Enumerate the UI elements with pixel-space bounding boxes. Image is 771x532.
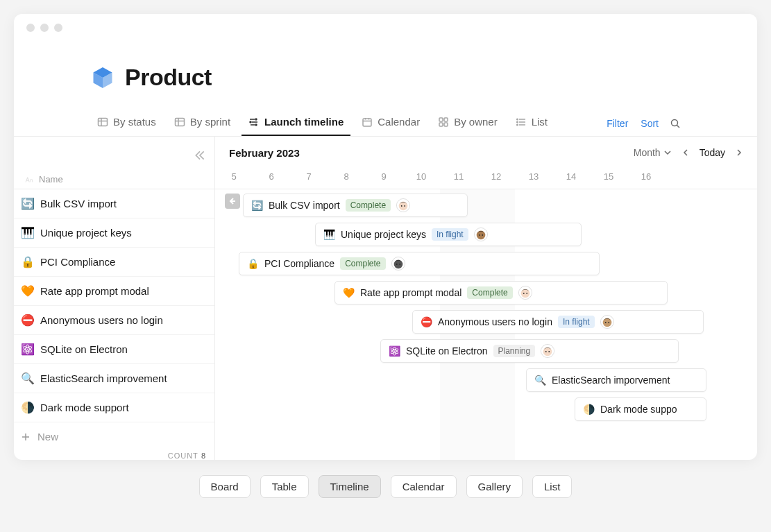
- window-traffic-lights: [14, 14, 757, 36]
- plus-icon: [21, 432, 31, 442]
- timeline-bar[interactable]: 🎹 Unique project keysIn flight: [315, 223, 582, 246]
- tab-label: By status: [113, 116, 156, 128]
- app-window: Product By status By sprint Launch timel…: [14, 14, 757, 460]
- svg-point-19: [476, 231, 485, 240]
- timeline-bar[interactable]: 🔒 PCI ComplianceComplete: [239, 252, 600, 275]
- svg-point-36: [545, 351, 547, 352]
- count-label: COUNT: [168, 452, 198, 460]
- list-item[interactable]: ⚛️ SQLite on Electron: [14, 335, 214, 364]
- window-dot: [40, 24, 49, 32]
- day-column-header: 8: [328, 169, 365, 189]
- list-item[interactable]: 🔄 Bulk CSV import: [14, 189, 214, 218]
- day-column-header: 7: [290, 169, 328, 189]
- view-chip-gallery[interactable]: Gallery: [466, 475, 523, 498]
- svg-point-25: [399, 264, 400, 265]
- bar-title: Bulk CSV import: [269, 200, 340, 211]
- day-column-header: 16: [627, 169, 665, 189]
- tab-list[interactable]: List: [509, 110, 554, 136]
- list-item[interactable]: 🌗 Dark mode support: [14, 393, 214, 422]
- list-item[interactable]: 🧡 Rate app prompt modal: [14, 277, 214, 306]
- name-column-label: Name: [39, 174, 63, 185]
- day-column-header: 14: [552, 169, 590, 189]
- tab-by-sprint[interactable]: By sprint: [167, 110, 237, 136]
- timeline-controls: Month Today: [634, 147, 743, 158]
- item-emoji-icon: 🌗: [582, 404, 595, 415]
- zoom-select[interactable]: Month: [634, 147, 672, 158]
- view-chip-table[interactable]: Table: [260, 475, 309, 498]
- avatar: [391, 257, 405, 271]
- timeline-header: February 2023 Month Today: [215, 137, 757, 169]
- chevron-left-icon: [681, 148, 690, 157]
- list-item[interactable]: 🔒 PCI Compliance: [14, 248, 214, 277]
- view-chip-board[interactable]: Board: [199, 475, 251, 498]
- timeline-bar[interactable]: ⛔ Anonymous users no loginIn flight: [412, 310, 704, 334]
- avatar: [541, 344, 554, 358]
- item-emoji-icon: 🔒: [21, 255, 33, 268]
- tab-label: By sprint: [190, 116, 230, 128]
- tab-calendar[interactable]: Calendar: [355, 110, 427, 136]
- view-chip-calendar[interactable]: Calendar: [391, 475, 457, 498]
- item-name: Anonymous users no login: [40, 314, 163, 326]
- timeline-bar[interactable]: 🧡 Rate app prompt modalComplete: [334, 281, 668, 304]
- view-chip-timeline[interactable]: Timeline: [319, 475, 381, 498]
- sort-button[interactable]: Sort: [636, 115, 663, 132]
- svg-point-4: [255, 124, 257, 126]
- list-item[interactable]: ⛔ Anonymous users no login: [14, 306, 214, 335]
- item-emoji-icon: 🎹: [323, 229, 335, 240]
- svg-point-2: [255, 119, 257, 120]
- bar-title: Dark mode suppo: [600, 404, 677, 415]
- timeline-bar[interactable]: 🔄 Bulk CSV importComplete: [243, 194, 468, 217]
- svg-point-12: [516, 124, 518, 126]
- scroll-back-button[interactable]: [225, 194, 240, 209]
- day-header: 5678910111213141516: [215, 169, 757, 189]
- svg-point-15: [399, 202, 408, 211]
- window-dot: [26, 24, 35, 32]
- new-item-button[interactable]: New: [14, 422, 214, 449]
- timeline-bar[interactable]: 🔍 ElasticSearch imporvement: [526, 368, 706, 392]
- svg-rect-1: [175, 118, 184, 126]
- item-name: PCI Compliance: [40, 256, 115, 268]
- page-title: Product: [125, 64, 212, 91]
- timeline-month-label: February 2023: [229, 147, 300, 159]
- table-icon: [174, 117, 185, 128]
- filter-button[interactable]: Filter: [602, 115, 632, 132]
- avatar: [396, 198, 410, 212]
- status-badge: Complete: [467, 286, 512, 299]
- view-chip-list[interactable]: List: [532, 475, 572, 498]
- day-column-header: 5: [215, 169, 253, 189]
- search-icon[interactable]: [670, 118, 681, 129]
- day-column-header: 6: [253, 169, 290, 189]
- bar-title: SQLite on Electron: [406, 345, 488, 357]
- list-item[interactable]: 🔍 ElasticSearch improvement: [14, 364, 214, 393]
- bar-title: Unique project keys: [341, 229, 426, 240]
- timeline-bar[interactable]: 🌗 Dark mode suppo: [575, 397, 706, 421]
- tab-by-owner[interactable]: By owner: [431, 110, 505, 136]
- status-badge: In flight: [432, 228, 468, 241]
- page-content: Product By status By sprint Launch timel…: [14, 36, 757, 460]
- svg-rect-0: [99, 118, 108, 126]
- list-item[interactable]: 🎹 Unique project keys: [14, 218, 214, 248]
- collapse-left-icon[interactable]: [194, 149, 206, 162]
- timeline-icon: [248, 117, 260, 128]
- item-emoji-icon: 🌗: [21, 401, 33, 414]
- prev-period-button[interactable]: [681, 148, 690, 157]
- item-name: Rate app prompt modal: [40, 285, 149, 297]
- tab-launch-timeline[interactable]: Launch timeline: [242, 110, 350, 136]
- item-name: ElasticSearch improvement: [40, 372, 167, 384]
- text-icon: [24, 175, 33, 185]
- svg-point-13: [672, 119, 678, 126]
- name-column-header[interactable]: Name: [24, 174, 205, 185]
- next-period-button[interactable]: [735, 148, 743, 157]
- bar-title: PCI Compliance: [264, 258, 334, 269]
- svg-point-31: [602, 318, 611, 327]
- count-value: 8: [201, 452, 206, 460]
- item-emoji-icon: 🧡: [342, 287, 355, 298]
- tab-by-status[interactable]: By status: [90, 110, 163, 136]
- left-header: Name: [14, 137, 214, 189]
- svg-point-24: [396, 264, 397, 265]
- chevron-right-icon: [735, 148, 743, 157]
- arrow-left-icon: [228, 197, 237, 205]
- today-button[interactable]: Today: [700, 147, 725, 158]
- timeline-bar[interactable]: ⚛️ SQLite on ElectronPlanning: [380, 339, 679, 363]
- gantt-chart[interactable]: 🔄 Bulk CSV importComplete🎹 Unique projec…: [215, 189, 757, 460]
